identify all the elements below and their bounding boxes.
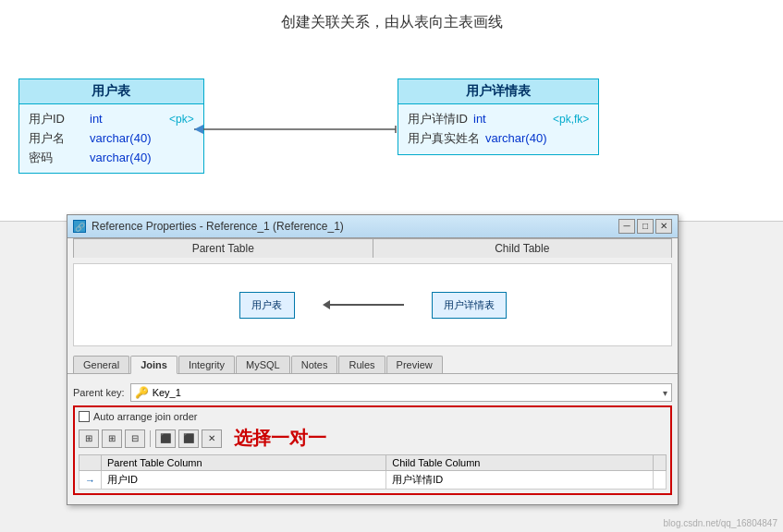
dialog-content: Parent key: 🔑 Key_1 ▾ Auto arrange join … [67, 374, 678, 504]
mini-right-table: 用户详情表 [432, 292, 507, 319]
left-col-name-2: 用户名 [29, 129, 84, 149]
left-row-1: 用户ID int <pk> [29, 110, 194, 129]
action-label: 选择一对一 [234, 426, 326, 451]
left-col-name-1: 用户ID [29, 110, 84, 129]
tab-general[interactable]: General [73, 356, 129, 373]
diagram-area: 创建关联关系，由从表向主表画线 用户表 用户ID int <pk> 用户名 va… [0, 0, 783, 222]
table-row: → 用户ID 用户详情ID [80, 471, 667, 490]
left-col-pk-1: <pk> [169, 111, 194, 128]
mini-left-table: 用户表 [239, 292, 295, 319]
key-value: Key_1 [153, 387, 659, 398]
right-col-type-1: int [473, 110, 547, 129]
left-col-type-2: varchar(40) [90, 129, 164, 149]
child-table-header: Child Table [373, 239, 672, 258]
col-header-scroll [654, 455, 667, 471]
parent-col-value: 用户ID [102, 471, 386, 490]
left-row-3: 密码 varchar(40) [29, 149, 194, 168]
left-table: 用户表 用户ID int <pk> 用户名 varchar(40) 密码 var… [18, 79, 204, 174]
mini-tables: 用户表 用户详情表 [239, 292, 507, 319]
tab-mysql[interactable]: MySQL [236, 356, 290, 373]
child-col-value: 用户详情ID [386, 471, 654, 490]
dialog-controls: ─ □ ✕ [618, 219, 672, 234]
dialog-title-text: Reference Properties - Reference_1 (Refe… [92, 220, 613, 233]
arrow-line-body [330, 304, 404, 306]
right-row-2: 用户真实姓名 varchar(40) [408, 129, 589, 149]
toolbar-move-up-btn[interactable]: ⬛ [155, 429, 176, 448]
tab-preview[interactable]: Preview [386, 356, 443, 373]
right-table: 用户详情表 用户详情ID int <pk,fk> 用户真实姓名 varchar(… [398, 79, 599, 155]
key-dropdown-arrow: ▾ [663, 388, 667, 398]
tab-joins[interactable]: Joins [130, 356, 177, 374]
right-col-pk-1: <pk,fk> [553, 111, 589, 128]
tabs-row: General Joins Integrity MySQL Notes Rule… [67, 352, 678, 374]
key-select[interactable]: 🔑 Key_1 ▾ [130, 383, 672, 402]
right-col-type-2: varchar(40) [485, 129, 559, 149]
right-col-name-1: 用户详情ID [408, 110, 468, 129]
left-row-2: 用户名 varchar(40) [29, 129, 194, 149]
columns-table-wrapper: Parent Table Column Child Table Column →… [79, 454, 667, 490]
reference-properties-dialog: 🔗 Reference Properties - Reference_1 (Re… [67, 214, 679, 505]
left-col-name-3: 密码 [29, 149, 84, 168]
toolbar-minus-btn[interactable]: ⊟ [125, 429, 145, 448]
toolbar-separator [150, 430, 151, 447]
auto-arrange-checkbox[interactable] [79, 411, 90, 422]
toolbar-delete-btn[interactable]: ✕ [202, 429, 222, 448]
tab-integrity[interactable]: Integrity [178, 356, 235, 373]
tab-rules[interactable]: Rules [338, 356, 385, 373]
parent-child-header: Parent Table Child Table [73, 238, 672, 258]
mini-arrow [323, 300, 404, 309]
scroll-cell [654, 471, 667, 490]
maximize-button[interactable]: □ [637, 219, 654, 234]
col-header-arrow [80, 455, 102, 471]
arrowhead-icon [323, 300, 330, 309]
col-header-child: Child Table Column [386, 455, 654, 471]
toolbar-add-btn[interactable]: ⊞ [102, 429, 122, 448]
key-icon: 🔑 [135, 386, 149, 399]
watermark: blog.csdn.net/qq_16804847 [664, 518, 777, 528]
left-table-body: 用户ID int <pk> 用户名 varchar(40) 密码 varchar… [19, 104, 203, 173]
left-col-type-3: varchar(40) [90, 149, 164, 168]
right-row-1: 用户详情ID int <pk,fk> [408, 110, 589, 129]
right-table-header: 用户详情表 [398, 79, 598, 104]
dialog-diagram: 用户表 用户详情表 [73, 263, 672, 346]
auto-arrange-label: Auto arrange join order [93, 411, 198, 422]
minimize-button[interactable]: ─ [618, 219, 635, 234]
parent-key-label: Parent key: [73, 387, 125, 398]
toolbar-grid-btn[interactable]: ⊞ [79, 429, 99, 448]
row-arrow: → [80, 471, 102, 490]
dialog-titlebar: 🔗 Reference Properties - Reference_1 (Re… [67, 215, 678, 238]
parent-table-header: Parent Table [74, 239, 373, 258]
col-header-parent: Parent Table Column [102, 455, 386, 471]
right-table-body: 用户详情ID int <pk,fk> 用户真实姓名 varchar(40) [398, 104, 598, 154]
toolbar-row: ⊞ ⊞ ⊟ ⬛ ⬛ ✕ 选择一对一 [79, 426, 667, 451]
columns-table: Parent Table Column Child Table Column →… [79, 454, 667, 490]
join-options-area: Auto arrange join order ⊞ ⊞ ⊟ ⬛ ⬛ ✕ 选择一对… [73, 405, 672, 495]
right-col-name-2: 用户真实姓名 [408, 129, 480, 149]
toolbar-move-down-btn[interactable]: ⬛ [178, 429, 199, 448]
tab-notes[interactable]: Notes [291, 356, 338, 373]
dialog-icon: 🔗 [73, 220, 86, 233]
left-col-type-1: int [90, 110, 164, 129]
diagram-title: 创建关联关系，由从表向主表画线 [0, 0, 783, 42]
parent-key-row: Parent key: 🔑 Key_1 ▾ [73, 380, 672, 405]
auto-arrange-row: Auto arrange join order [79, 411, 667, 422]
close-button[interactable]: ✕ [655, 219, 672, 234]
left-table-header: 用户表 [19, 79, 203, 104]
